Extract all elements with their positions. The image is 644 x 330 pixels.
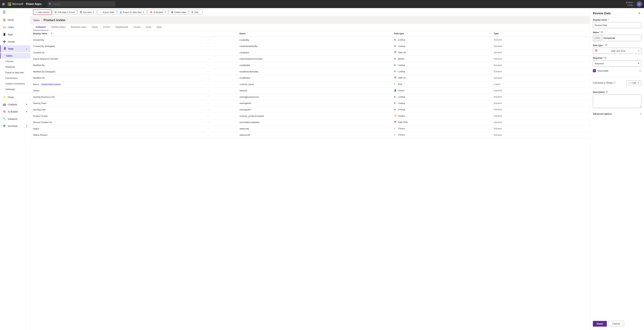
- advanced-options-row[interactable]: Advanced options ▼: [593, 111, 641, 116]
- required-select[interactable]: Required: [593, 60, 641, 66]
- sidebar-item-choices[interactable]: Choices: [0, 58, 30, 64]
- sidebar-item-export-lake[interactable]: Export to data lake: [0, 70, 30, 75]
- toolbar: + Add column ⊞ Edit data in Excel 🗄 Get …: [30, 8, 590, 16]
- cell-name: overriddencreatedon: [237, 119, 391, 126]
- tab-charts[interactable]: Charts: [131, 24, 143, 30]
- sidebar-item-dataflows[interactable]: Dataflows: [0, 64, 30, 70]
- col-header-data-type[interactable]: Data type ↕: [391, 30, 491, 37]
- excel-icon: ⊞: [55, 11, 57, 14]
- tab-dashboards[interactable]: Dashboards: [113, 24, 131, 30]
- sidebar-item-custom-connectors[interactable]: Custom Connectors: [0, 81, 30, 86]
- export-data-button[interactable]: → Export data: [98, 10, 116, 15]
- row-more-button[interactable]: ···: [206, 68, 237, 75]
- tab-columns[interactable]: Columns: [33, 24, 48, 30]
- delete-table-button[interactable]: 🗑 Delete table: [169, 10, 188, 15]
- col-header-display-name[interactable]: Display name ↑ ▼: [30, 30, 206, 37]
- cell-data-type: ⊞ Lookup: [391, 68, 491, 75]
- sidebar-item-apps[interactable]: 📱 Apps: [0, 31, 30, 38]
- sidebar-item-learn[interactable]: 📖 Learn: [0, 24, 30, 31]
- cell-name: createdon: [237, 50, 391, 56]
- sidebar-item-label: Solutions: [8, 118, 18, 120]
- sort-asc-icon: ↑: [48, 33, 49, 34]
- search-input[interactable]: [48, 1, 115, 7]
- sidebar-item-data[interactable]: 🗄 Data ▲: [0, 45, 30, 52]
- data-type-select[interactable]: 📅 Date and Time ▼: [593, 48, 641, 54]
- row-more-button[interactable]: ···: [206, 75, 237, 81]
- tab-views[interactable]: Views: [89, 24, 100, 30]
- col-header-name[interactable]: Name ↕: [237, 30, 391, 37]
- tab-data[interactable]: Data: [154, 24, 164, 30]
- row-more-button[interactable]: ···: [206, 119, 237, 126]
- cell-display-name: Status: [30, 126, 206, 132]
- row-more-button[interactable]: ···: [206, 88, 237, 94]
- sidebar-item-create[interactable]: ➕ Create: [0, 38, 30, 45]
- datatype-sort-icon: ↕: [405, 33, 406, 34]
- settings-label: Sett...: [194, 11, 200, 14]
- export-lake-label: Export to data lake: [123, 11, 142, 14]
- row-more-button[interactable]: ···: [206, 62, 237, 68]
- cell-display-name: Owner: [30, 88, 206, 94]
- ai-builder-button[interactable]: 🧠 AI Builder ▼: [147, 10, 168, 15]
- sidebar-item-tables[interactable]: Tables: [0, 53, 30, 58]
- sidebar-toggle[interactable]: ☰: [0, 8, 30, 16]
- ai-chevron-icon: ▼: [164, 11, 166, 13]
- tab-business-rules[interactable]: Business rules: [68, 24, 89, 30]
- sidebar-item-label: Learn: [8, 26, 14, 28]
- avatar[interactable]: C: [636, 1, 642, 7]
- row-more-button[interactable]: ···: [206, 132, 237, 138]
- done-button[interactable]: Done: [593, 321, 607, 326]
- name-input[interactable]: [602, 35, 641, 41]
- cell-data-type: ≡ Choice: [391, 132, 491, 138]
- sidebar-item-ai-builder[interactable]: 🧠 AI Builder ▼: [0, 108, 30, 115]
- row-more-button[interactable]: ···: [206, 81, 237, 88]
- sidebar-item-home[interactable]: 🏠 Home: [0, 16, 30, 24]
- sidebar-item-connections[interactable]: Connections: [0, 75, 30, 81]
- grid-icon[interactable]: ⊞: [2, 2, 5, 6]
- tab-relationships[interactable]: Relationships: [48, 24, 68, 30]
- display-name-input[interactable]: [593, 22, 641, 28]
- breadcrumb-tables-link[interactable]: Tables: [33, 19, 40, 22]
- sidebar-item-chatbots[interactable]: 🤖 Chatbots ▼: [0, 101, 30, 108]
- row-more-button[interactable]: ···: [206, 94, 237, 100]
- add-calc-chevron-icon: ▼: [638, 82, 639, 84]
- row-more-button[interactable]: ···: [206, 56, 237, 62]
- sidebar-item-gateways[interactable]: Gateways: [0, 86, 30, 92]
- settings-button[interactable]: ⚙ Sett...: [189, 10, 202, 15]
- cell-actions: [562, 75, 590, 81]
- delete-icon: 🗑: [171, 11, 173, 14]
- table-row: Owning Team ··· owningteam ⊞ Lookup Stan…: [30, 100, 590, 106]
- export-lake-button[interactable]: 💧 Export to data lake ▼: [117, 10, 147, 15]
- get-data-button[interactable]: 🗄 Get data ▼: [78, 10, 97, 15]
- row-more-button[interactable]: ···: [206, 113, 237, 119]
- searchable-checkbox[interactable]: [593, 69, 596, 72]
- tab-forms[interactable]: Forms: [100, 24, 113, 30]
- row-more-button[interactable]: ···: [206, 37, 237, 43]
- chatbots-chevron-icon: ▼: [26, 104, 28, 105]
- col-header-type[interactable]: Type ↕: [491, 30, 562, 37]
- sidebar-item-devtools[interactable]: 🛠 DevTools ▼: [0, 122, 30, 130]
- row-more-button[interactable]: ···: [206, 50, 237, 56]
- row-more-button[interactable]: ···: [206, 106, 237, 113]
- search-bar[interactable]: [48, 1, 115, 7]
- row-more-button[interactable]: ···: [206, 100, 237, 106]
- data-type-icon: 📅: [394, 121, 397, 124]
- row-more-button[interactable]: ···: [206, 126, 237, 132]
- sidebar-item-flows[interactable]: ⚡ Flows: [0, 94, 30, 101]
- cell-name: owningbusinessunit: [237, 94, 391, 100]
- panel-close-button[interactable]: ✕: [638, 11, 641, 16]
- add-column-button[interactable]: + Add column: [33, 10, 52, 15]
- calendar-icon: 📅: [595, 50, 598, 52]
- table-row: Created By ··· createdby ⊞ Lookup Standa…: [30, 37, 590, 43]
- filter-icon[interactable]: ▼: [51, 33, 52, 34]
- data-type-group: Data type * ⓘ 📅 Date and Time ▼: [593, 44, 641, 54]
- sidebar-item-solutions[interactable]: 🔧 Solutions: [0, 115, 30, 122]
- row-more-button[interactable]: ···: [206, 43, 237, 50]
- add-calc-button[interactable]: + + Add ▼: [626, 80, 641, 85]
- cancel-button[interactable]: Cancel: [608, 321, 624, 326]
- tab-keys[interactable]: Keys: [143, 24, 154, 30]
- cell-type: Standard: [491, 43, 562, 50]
- table-row: Record Created On ··· overriddencreatedo…: [30, 119, 590, 126]
- logo: Microsoft: [8, 2, 23, 6]
- edit-excel-button[interactable]: ⊞ Edit data in Excel: [52, 10, 77, 15]
- description-textarea[interactable]: [593, 94, 641, 108]
